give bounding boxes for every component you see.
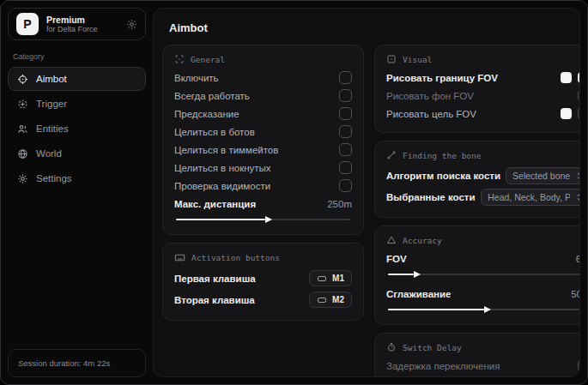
bone-algorithm-value: Selected bone — [512, 171, 570, 181]
frame-dot-icon — [386, 54, 397, 64]
fov-target-controls — [561, 107, 580, 120]
setting-row: Рисовать цель FOV — [386, 105, 580, 123]
second-key-label: Вторая клавиша — [174, 295, 255, 305]
right-column: Visual Рисовать границу FOV Рисовать фон… — [374, 45, 580, 377]
panel-header-label: Switch Delay — [403, 343, 462, 352]
app-window: P Premium for Delta Force Category — [0, 0, 588, 385]
globe-icon — [17, 148, 28, 159]
setting-row: Всегда работать — [174, 87, 352, 105]
fov-border-controls — [561, 71, 580, 84]
selected-bones-select[interactable]: Head, Neck, Body, Pe... — [481, 189, 580, 206]
settings-gear-icon[interactable] — [126, 19, 137, 30]
premium-card-text: Premium for Delta Force — [46, 15, 118, 33]
setting-label: Включить — [174, 73, 219, 83]
sidebar-item-label: Trigger — [36, 99, 67, 109]
visibility-check-checkbox[interactable] — [339, 179, 352, 192]
fov-target-label: Рисовать цель FOV — [386, 109, 476, 119]
session-duration-label: Session duration: 4m 22s — [18, 358, 110, 368]
app-logo: P — [16, 13, 39, 35]
max-distance-value: 250m — [327, 199, 352, 209]
max-distance-slider[interactable] — [176, 214, 350, 224]
premium-title: Premium — [46, 15, 118, 25]
sidebar-item-trigger[interactable]: Trigger — [8, 92, 146, 116]
premium-card[interactable]: P Premium for Delta Force — [8, 8, 146, 40]
fov-value: 60° — [576, 254, 580, 264]
sidebar-item-aimbot[interactable]: Aimbot — [8, 67, 146, 91]
finding-bone-panel: Finding the bone Алгоритм поиска кости S… — [374, 141, 580, 218]
setting-row: Целиться в нокнутых — [174, 159, 352, 177]
setting-label: Целиться в тиммейтов — [174, 145, 278, 155]
bone-algorithm-select[interactable]: Selected bone — [506, 167, 580, 184]
slider-thumb[interactable] — [484, 306, 491, 313]
category-label: Category — [13, 52, 142, 61]
fov-bg-checkbox[interactable] — [578, 89, 580, 102]
setting-label: Целиться в ботов — [174, 127, 255, 137]
setting-row: Первая клавиша M1 — [174, 268, 352, 289]
timer-icon — [386, 342, 397, 352]
visual-panel-header: Visual — [386, 54, 580, 64]
bone-panel-header: Finding the bone — [386, 150, 580, 160]
prediction-checkbox[interactable] — [339, 107, 352, 120]
second-key-button[interactable]: M2 — [309, 292, 352, 308]
slider-thumb[interactable] — [265, 216, 272, 223]
left-column: General Включить Всегда работать Предска… — [162, 45, 364, 321]
mouse-icon — [317, 295, 327, 305]
panel-columns: General Включить Всегда работать Предска… — [162, 45, 572, 377]
always-work-checkbox[interactable] — [339, 89, 352, 102]
setting-row: Сглаживание 50% — [386, 285, 580, 303]
fov-bg-label: Рисовать фон FOV — [386, 91, 474, 101]
sidebar-item-world[interactable]: World — [8, 141, 146, 165]
fov-label: FOV — [386, 254, 407, 264]
premium-subtitle: for Delta Force — [46, 25, 118, 33]
setting-row: Целиться в тиммейтов — [174, 141, 352, 159]
entities-icon — [17, 123, 28, 135]
fov-target-checkbox[interactable] — [578, 107, 580, 120]
target-teammates-checkbox[interactable] — [339, 143, 352, 156]
setting-row: Целиться в ботов — [174, 123, 352, 141]
page-title: Aimbot — [169, 21, 572, 34]
first-key-value: M1 — [332, 274, 344, 283]
selected-bones-value: Head, Neck, Body, Pe... — [488, 192, 570, 202]
sidebar-item-label: Entities — [36, 123, 69, 134]
slider-thumb[interactable] — [414, 271, 421, 278]
visual-panel: Visual Рисовать границу FOV Рисовать фон… — [374, 45, 580, 133]
smoothing-slider[interactable] — [388, 304, 580, 314]
setting-row: FOV 60° — [386, 250, 580, 268]
first-key-button[interactable]: M1 — [309, 270, 352, 286]
switch-delay-toggle-label: Задержка переключения — [386, 361, 500, 371]
accuracy-panel-header: Accuracy — [386, 235, 580, 245]
panel-header-label: Finding the bone — [403, 151, 482, 160]
sidebar-item-settings[interactable]: Settings — [8, 166, 146, 190]
panel-header-label: Accuracy — [403, 236, 442, 245]
crosshair-icon — [17, 74, 28, 85]
sidebar-item-entities[interactable]: Entities — [8, 117, 146, 141]
activation-panel-header: Activation buttons — [174, 252, 352, 263]
setting-row: Задержка переключения (мс) 1000 ms — [386, 375, 580, 377]
fov-slider[interactable] — [388, 269, 580, 279]
switch-delay-checkbox[interactable] — [578, 359, 580, 372]
setting-row: Вторая клавиша M2 — [174, 289, 352, 310]
setting-row: Рисовать фон FOV — [386, 87, 580, 105]
fov-border-checkbox[interactable] — [578, 71, 580, 84]
switch-delay-panel: Switch Delay Задержка переключения Задер… — [374, 333, 580, 377]
bone-icon — [386, 150, 397, 160]
setting-row: Предсказание — [174, 105, 352, 123]
general-panel: General Включить Всегда работать Предска… — [162, 45, 364, 235]
accuracy-panel: Accuracy FOV 60° Сглаживание 5 — [374, 226, 580, 325]
setting-row: Включить — [174, 69, 352, 87]
smoothing-value: 50% — [571, 289, 580, 299]
activation-buttons-panel: Activation buttons Первая клавиша M1 — [162, 243, 364, 321]
second-key-value: M2 — [332, 295, 344, 304]
target-bots-checkbox[interactable] — [339, 125, 352, 138]
smoothing-label: Сглаживание — [386, 289, 451, 299]
target-knocked-checkbox[interactable] — [339, 161, 352, 174]
sidebar-item-label: World — [36, 148, 62, 159]
setting-row: Выбранные кости Head, Neck, Body, Pe... — [386, 186, 580, 208]
fov-border-color-swatch[interactable] — [561, 72, 572, 83]
panel-header-label: Visual — [403, 55, 432, 64]
setting-row: Алгоритм поиска кости Selected bone — [386, 165, 580, 186]
chevrons-up-down-icon — [575, 171, 580, 180]
fov-target-color-swatch[interactable] — [561, 108, 572, 119]
setting-label: Предсказание — [174, 109, 239, 119]
enable-checkbox[interactable] — [339, 71, 352, 84]
